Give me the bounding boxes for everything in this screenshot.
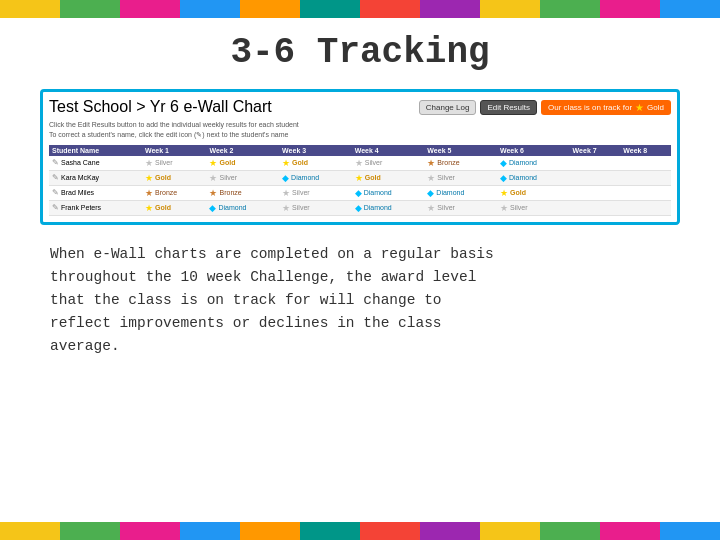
main-content: 3-6 Tracking Test School > Yr 6 e-Wall C… bbox=[0, 18, 720, 369]
level-star-icon: ★ bbox=[145, 188, 153, 198]
level-text: Gold bbox=[155, 174, 171, 181]
level-text: Silver bbox=[365, 159, 383, 166]
level-star-icon: ★ bbox=[427, 173, 435, 183]
week-8-cell bbox=[620, 185, 671, 200]
on-track-label: Our class is on track for bbox=[548, 103, 632, 112]
bottom-seg-7 bbox=[360, 522, 420, 540]
level-star-icon: ◆ bbox=[282, 173, 289, 183]
body-text: When e-Wall charts are completed on a re… bbox=[40, 243, 680, 359]
level-badge: ★Gold bbox=[500, 188, 526, 198]
student-name-cell: ✎Sasha Cane bbox=[49, 156, 142, 171]
level-badge: ★Bronze bbox=[145, 188, 177, 198]
bottom-seg-2 bbox=[60, 522, 120, 540]
level-text: Gold bbox=[155, 204, 171, 211]
level-badge: ★Silver bbox=[282, 203, 310, 213]
week-6-cell: ◆Diamond bbox=[497, 156, 570, 171]
level-star-icon: ◆ bbox=[500, 158, 507, 168]
level-star-icon: ◆ bbox=[355, 203, 362, 213]
bar-seg-7 bbox=[360, 0, 420, 18]
bar-seg-6 bbox=[300, 0, 360, 18]
body-line-3: that the class is on track for will chan… bbox=[50, 289, 670, 312]
on-track-badge: Our class is on track for ★ Gold bbox=[541, 100, 671, 115]
level-badge: ◆Diamond bbox=[500, 158, 537, 168]
level-text: Diamond bbox=[509, 174, 537, 181]
change-log-button[interactable]: Change Log bbox=[419, 100, 477, 115]
level-star-icon: ★ bbox=[145, 203, 153, 213]
level-badge: ★Silver bbox=[282, 188, 310, 198]
week-1-cell: ★Silver bbox=[142, 156, 206, 171]
level-badge: ★Gold bbox=[355, 173, 381, 183]
week-7-cell bbox=[570, 200, 621, 215]
level-badge: ◆Diamond bbox=[282, 173, 319, 183]
level-badge: ★Gold bbox=[209, 158, 235, 168]
col-week5: Week 5 bbox=[424, 145, 497, 156]
week-7-cell bbox=[570, 170, 621, 185]
week-3-cell: ★Silver bbox=[279, 200, 352, 215]
level-text: Silver bbox=[510, 204, 528, 211]
instruction-1: Click the Edit Results button to add the… bbox=[49, 120, 671, 130]
col-week4: Week 4 bbox=[352, 145, 425, 156]
level-text: Diamond bbox=[364, 189, 392, 196]
table-row: ✎Kara McKay★Gold★Silver◆Diamond★Gold★Sil… bbox=[49, 170, 671, 185]
on-track-level: Gold bbox=[647, 103, 664, 112]
bottom-seg-9 bbox=[480, 522, 540, 540]
col-week3: Week 3 bbox=[279, 145, 352, 156]
level-badge: ◆Diamond bbox=[355, 188, 392, 198]
level-star-icon: ★ bbox=[209, 173, 217, 183]
col-week8: Week 8 bbox=[620, 145, 671, 156]
level-star-icon: ◆ bbox=[500, 173, 507, 183]
week-2-cell: ★Bronze bbox=[206, 185, 279, 200]
edit-icon[interactable]: ✎ bbox=[52, 203, 59, 212]
week-3-cell: ◆Diamond bbox=[279, 170, 352, 185]
week-8-cell bbox=[620, 170, 671, 185]
level-star-icon: ★ bbox=[209, 158, 217, 168]
level-star-icon: ★ bbox=[427, 158, 435, 168]
bar-seg-5 bbox=[240, 0, 300, 18]
edit-icon[interactable]: ✎ bbox=[52, 158, 59, 167]
week-7-cell bbox=[570, 156, 621, 171]
body-line-4: reflect improvements or declines in the … bbox=[50, 312, 670, 335]
bar-seg-11 bbox=[600, 0, 660, 18]
school-path: Test School > Yr 6 e-Wall Chart bbox=[49, 98, 272, 116]
level-star-icon: ★ bbox=[500, 188, 508, 198]
edit-results-button[interactable]: Edit Results bbox=[480, 100, 537, 115]
level-text: Silver bbox=[292, 204, 310, 211]
bar-seg-12 bbox=[660, 0, 720, 18]
col-week6: Week 6 bbox=[497, 145, 570, 156]
level-text: Bronze bbox=[155, 189, 177, 196]
col-week7: Week 7 bbox=[570, 145, 621, 156]
bar-seg-1 bbox=[0, 0, 60, 18]
week-5-cell: ★Silver bbox=[424, 170, 497, 185]
week-4-cell: ◆Diamond bbox=[352, 200, 425, 215]
week-3-cell: ★Gold bbox=[279, 156, 352, 171]
level-text: Gold bbox=[219, 159, 235, 166]
level-badge: ★Silver bbox=[355, 158, 383, 168]
level-badge: ★Bronze bbox=[427, 158, 459, 168]
level-badge: ★Silver bbox=[209, 173, 237, 183]
ewall-header-left: Test School > Yr 6 e-Wall Chart bbox=[49, 98, 272, 116]
edit-icon[interactable]: ✎ bbox=[52, 188, 59, 197]
bar-seg-10 bbox=[540, 0, 600, 18]
week-4-cell: ◆Diamond bbox=[352, 185, 425, 200]
level-badge: ★Silver bbox=[500, 203, 528, 213]
level-text: Silver bbox=[219, 174, 237, 181]
table-row: ✎Frank Peters★Gold◆Diamond★Silver◆Diamon… bbox=[49, 200, 671, 215]
instruction-2: To correct a student's name, click the e… bbox=[49, 130, 671, 140]
level-star-icon: ★ bbox=[355, 158, 363, 168]
week-8-cell bbox=[620, 156, 671, 171]
level-text: Silver bbox=[155, 159, 173, 166]
bottom-seg-11 bbox=[600, 522, 660, 540]
ewall-screenshot: Test School > Yr 6 e-Wall Chart Change L… bbox=[40, 89, 680, 225]
bottom-bar bbox=[0, 522, 720, 540]
week-4-cell: ★Silver bbox=[352, 156, 425, 171]
student-name-cell: ✎Kara McKay bbox=[49, 170, 142, 185]
level-star-icon: ★ bbox=[282, 188, 290, 198]
week-5-cell: ★Silver bbox=[424, 200, 497, 215]
bottom-seg-1 bbox=[0, 522, 60, 540]
level-badge: ◆Diamond bbox=[427, 188, 464, 198]
body-line-1: When e-Wall charts are completed on a re… bbox=[50, 243, 670, 266]
edit-icon[interactable]: ✎ bbox=[52, 173, 59, 182]
level-badge: ◆Diamond bbox=[209, 203, 246, 213]
level-badge: ★Gold bbox=[145, 173, 171, 183]
col-student-name: Student Name bbox=[49, 145, 142, 156]
